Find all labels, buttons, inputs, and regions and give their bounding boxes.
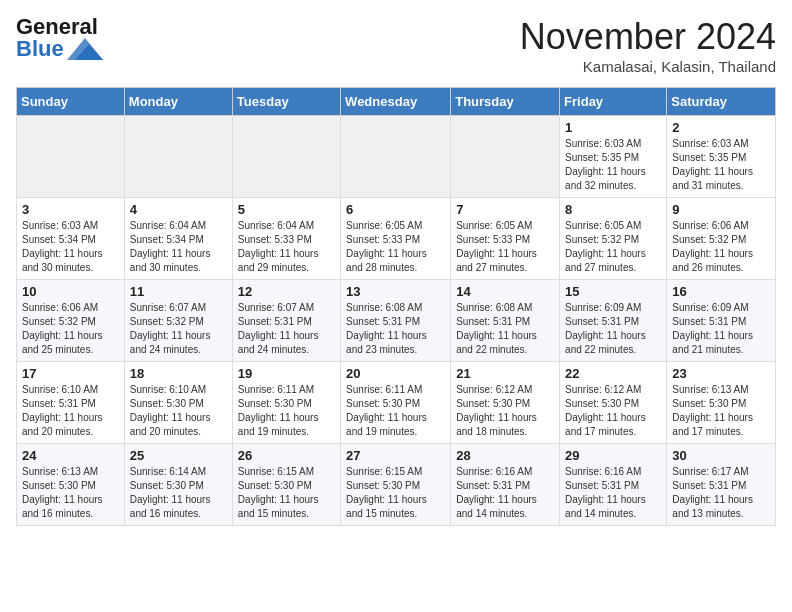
calendar-cell: 3Sunrise: 6:03 AM Sunset: 5:34 PM Daylig… xyxy=(17,198,125,280)
day-of-week-saturday: Saturday xyxy=(667,88,776,116)
logo-icon xyxy=(67,38,103,60)
day-info: Sunrise: 6:09 AM Sunset: 5:31 PM Dayligh… xyxy=(565,301,661,357)
day-number: 22 xyxy=(565,366,661,381)
calendar-cell: 29Sunrise: 6:16 AM Sunset: 5:31 PM Dayli… xyxy=(560,444,667,526)
day-info: Sunrise: 6:08 AM Sunset: 5:31 PM Dayligh… xyxy=(346,301,445,357)
day-info: Sunrise: 6:06 AM Sunset: 5:32 PM Dayligh… xyxy=(672,219,770,275)
week-row-3: 10Sunrise: 6:06 AM Sunset: 5:32 PM Dayli… xyxy=(17,280,776,362)
day-number: 14 xyxy=(456,284,554,299)
calendar-cell: 9Sunrise: 6:06 AM Sunset: 5:32 PM Daylig… xyxy=(667,198,776,280)
day-of-week-wednesday: Wednesday xyxy=(341,88,451,116)
day-number: 29 xyxy=(565,448,661,463)
day-of-week-thursday: Thursday xyxy=(451,88,560,116)
week-row-1: 1Sunrise: 6:03 AM Sunset: 5:35 PM Daylig… xyxy=(17,116,776,198)
location: Kamalasai, Kalasin, Thailand xyxy=(520,58,776,75)
week-row-2: 3Sunrise: 6:03 AM Sunset: 5:34 PM Daylig… xyxy=(17,198,776,280)
day-info: Sunrise: 6:03 AM Sunset: 5:35 PM Dayligh… xyxy=(565,137,661,193)
day-number: 28 xyxy=(456,448,554,463)
calendar-cell: 26Sunrise: 6:15 AM Sunset: 5:30 PM Dayli… xyxy=(232,444,340,526)
day-of-week-sunday: Sunday xyxy=(17,88,125,116)
day-info: Sunrise: 6:17 AM Sunset: 5:31 PM Dayligh… xyxy=(672,465,770,521)
day-info: Sunrise: 6:14 AM Sunset: 5:30 PM Dayligh… xyxy=(130,465,227,521)
day-number: 4 xyxy=(130,202,227,217)
calendar-cell: 5Sunrise: 6:04 AM Sunset: 5:33 PM Daylig… xyxy=(232,198,340,280)
day-number: 23 xyxy=(672,366,770,381)
day-number: 30 xyxy=(672,448,770,463)
logo-blue: Blue xyxy=(16,38,64,60)
calendar-cell xyxy=(232,116,340,198)
day-info: Sunrise: 6:10 AM Sunset: 5:31 PM Dayligh… xyxy=(22,383,119,439)
day-info: Sunrise: 6:15 AM Sunset: 5:30 PM Dayligh… xyxy=(346,465,445,521)
day-info: Sunrise: 6:07 AM Sunset: 5:32 PM Dayligh… xyxy=(130,301,227,357)
day-number: 12 xyxy=(238,284,335,299)
day-number: 5 xyxy=(238,202,335,217)
day-info: Sunrise: 6:11 AM Sunset: 5:30 PM Dayligh… xyxy=(238,383,335,439)
day-number: 27 xyxy=(346,448,445,463)
calendar-cell: 14Sunrise: 6:08 AM Sunset: 5:31 PM Dayli… xyxy=(451,280,560,362)
calendar-cell: 18Sunrise: 6:10 AM Sunset: 5:30 PM Dayli… xyxy=(124,362,232,444)
day-info: Sunrise: 6:05 AM Sunset: 5:33 PM Dayligh… xyxy=(456,219,554,275)
calendar-cell: 6Sunrise: 6:05 AM Sunset: 5:33 PM Daylig… xyxy=(341,198,451,280)
calendar-cell: 13Sunrise: 6:08 AM Sunset: 5:31 PM Dayli… xyxy=(341,280,451,362)
day-info: Sunrise: 6:12 AM Sunset: 5:30 PM Dayligh… xyxy=(456,383,554,439)
day-info: Sunrise: 6:12 AM Sunset: 5:30 PM Dayligh… xyxy=(565,383,661,439)
calendar-cell: 8Sunrise: 6:05 AM Sunset: 5:32 PM Daylig… xyxy=(560,198,667,280)
calendar-cell xyxy=(341,116,451,198)
calendar-cell: 16Sunrise: 6:09 AM Sunset: 5:31 PM Dayli… xyxy=(667,280,776,362)
calendar-cell: 17Sunrise: 6:10 AM Sunset: 5:31 PM Dayli… xyxy=(17,362,125,444)
day-info: Sunrise: 6:11 AM Sunset: 5:30 PM Dayligh… xyxy=(346,383,445,439)
day-info: Sunrise: 6:03 AM Sunset: 5:35 PM Dayligh… xyxy=(672,137,770,193)
calendar-cell: 25Sunrise: 6:14 AM Sunset: 5:30 PM Dayli… xyxy=(124,444,232,526)
day-number: 8 xyxy=(565,202,661,217)
day-info: Sunrise: 6:13 AM Sunset: 5:30 PM Dayligh… xyxy=(672,383,770,439)
day-info: Sunrise: 6:08 AM Sunset: 5:31 PM Dayligh… xyxy=(456,301,554,357)
day-of-week-monday: Monday xyxy=(124,88,232,116)
calendar-cell: 7Sunrise: 6:05 AM Sunset: 5:33 PM Daylig… xyxy=(451,198,560,280)
day-number: 21 xyxy=(456,366,554,381)
day-number: 25 xyxy=(130,448,227,463)
calendar-cell xyxy=(124,116,232,198)
day-info: Sunrise: 6:05 AM Sunset: 5:32 PM Dayligh… xyxy=(565,219,661,275)
day-number: 3 xyxy=(22,202,119,217)
day-number: 10 xyxy=(22,284,119,299)
week-row-5: 24Sunrise: 6:13 AM Sunset: 5:30 PM Dayli… xyxy=(17,444,776,526)
day-info: Sunrise: 6:03 AM Sunset: 5:34 PM Dayligh… xyxy=(22,219,119,275)
calendar-header-row: SundayMondayTuesdayWednesdayThursdayFrid… xyxy=(17,88,776,116)
calendar-cell: 2Sunrise: 6:03 AM Sunset: 5:35 PM Daylig… xyxy=(667,116,776,198)
day-info: Sunrise: 6:13 AM Sunset: 5:30 PM Dayligh… xyxy=(22,465,119,521)
calendar-cell: 30Sunrise: 6:17 AM Sunset: 5:31 PM Dayli… xyxy=(667,444,776,526)
day-info: Sunrise: 6:04 AM Sunset: 5:33 PM Dayligh… xyxy=(238,219,335,275)
day-info: Sunrise: 6:10 AM Sunset: 5:30 PM Dayligh… xyxy=(130,383,227,439)
calendar-cell: 20Sunrise: 6:11 AM Sunset: 5:30 PM Dayli… xyxy=(341,362,451,444)
day-number: 15 xyxy=(565,284,661,299)
day-number: 1 xyxy=(565,120,661,135)
calendar-cell xyxy=(451,116,560,198)
day-number: 19 xyxy=(238,366,335,381)
day-info: Sunrise: 6:16 AM Sunset: 5:31 PM Dayligh… xyxy=(456,465,554,521)
title-section: November 2024 Kamalasai, Kalasin, Thaila… xyxy=(520,16,776,75)
calendar-cell: 12Sunrise: 6:07 AM Sunset: 5:31 PM Dayli… xyxy=(232,280,340,362)
calendar-cell: 23Sunrise: 6:13 AM Sunset: 5:30 PM Dayli… xyxy=(667,362,776,444)
day-info: Sunrise: 6:04 AM Sunset: 5:34 PM Dayligh… xyxy=(130,219,227,275)
calendar-cell: 27Sunrise: 6:15 AM Sunset: 5:30 PM Dayli… xyxy=(341,444,451,526)
day-number: 9 xyxy=(672,202,770,217)
day-info: Sunrise: 6:09 AM Sunset: 5:31 PM Dayligh… xyxy=(672,301,770,357)
day-number: 6 xyxy=(346,202,445,217)
calendar-cell: 4Sunrise: 6:04 AM Sunset: 5:34 PM Daylig… xyxy=(124,198,232,280)
calendar-table: SundayMondayTuesdayWednesdayThursdayFrid… xyxy=(16,87,776,526)
calendar-cell: 15Sunrise: 6:09 AM Sunset: 5:31 PM Dayli… xyxy=(560,280,667,362)
day-number: 26 xyxy=(238,448,335,463)
day-number: 11 xyxy=(130,284,227,299)
calendar-cell: 22Sunrise: 6:12 AM Sunset: 5:30 PM Dayli… xyxy=(560,362,667,444)
calendar-cell: 1Sunrise: 6:03 AM Sunset: 5:35 PM Daylig… xyxy=(560,116,667,198)
day-number: 17 xyxy=(22,366,119,381)
month-title: November 2024 xyxy=(520,16,776,58)
day-number: 18 xyxy=(130,366,227,381)
calendar-cell: 10Sunrise: 6:06 AM Sunset: 5:32 PM Dayli… xyxy=(17,280,125,362)
logo: General Blue xyxy=(16,16,103,60)
day-number: 24 xyxy=(22,448,119,463)
calendar-cell: 21Sunrise: 6:12 AM Sunset: 5:30 PM Dayli… xyxy=(451,362,560,444)
calendar-cell xyxy=(17,116,125,198)
day-number: 7 xyxy=(456,202,554,217)
calendar-cell: 28Sunrise: 6:16 AM Sunset: 5:31 PM Dayli… xyxy=(451,444,560,526)
